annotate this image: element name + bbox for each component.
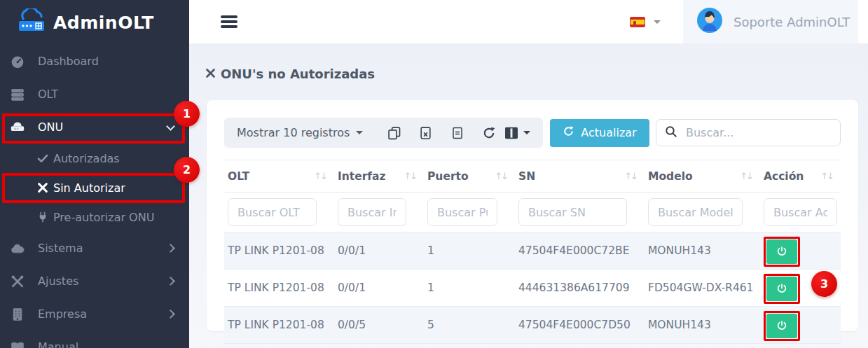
spain-flag-icon (630, 17, 645, 27)
sidebar-item-dashboard[interactable]: Dashboard (0, 45, 189, 78)
table-toolbar: Mostrar 10 registros (224, 118, 841, 148)
book-icon (10, 340, 25, 348)
avatar (697, 8, 722, 36)
table-row: TP LINK P1201-08 0/0/5 5 47504F4E000C7D5… (224, 307, 841, 344)
excel-export-button[interactable] (410, 126, 441, 140)
caret-down-icon (356, 131, 363, 134)
adminolt-logo-icon (17, 8, 46, 36)
sidebar-item-onu[interactable]: ONU (0, 111, 189, 144)
table-row: TP LINK P1201-08 0/0/1 1 444631386A61770… (224, 270, 841, 307)
reload-button[interactable] (473, 126, 504, 140)
sidebar-item-autorizadas[interactable]: Autorizadas (0, 144, 189, 173)
sidebar-item-ajustes[interactable]: Ajustes (0, 265, 189, 298)
search-box (656, 119, 841, 146)
sidebar-item-label: Sistema (38, 242, 83, 255)
hamburger-menu-icon[interactable] (221, 13, 237, 31)
cell-accion (760, 232, 841, 270)
column-header-accion[interactable]: Acción↑↓ (760, 160, 841, 193)
sidebar-item-sistema[interactable]: Sistema (0, 232, 189, 265)
user-menu[interactable]: Soporte AdminOLT (683, 0, 858, 43)
building-icon (10, 307, 25, 321)
sort-icon[interactable]: ↑↓ (624, 171, 637, 181)
authorize-power-button[interactable] (766, 314, 797, 338)
caret-down-icon (654, 20, 661, 24)
sort-icon[interactable]: ↑↓ (740, 171, 752, 181)
authorize-power-button[interactable] (766, 277, 797, 301)
check-icon (36, 153, 49, 164)
router-icon (10, 120, 25, 134)
filter-sn-input[interactable] (518, 198, 627, 226)
plug-icon (36, 211, 49, 223)
table-header-row: OLT↑↓ Interfaz↑↓ Puerto↑↓ SN↑↓ Modelo↑↓ … (224, 160, 841, 193)
copy-button[interactable] (378, 126, 410, 140)
sidebar-item-olt[interactable]: OLT (0, 78, 189, 111)
page-length-dropdown[interactable]: Mostrar 10 registros (237, 126, 363, 139)
table-row: TP LINK P1201-08 0/0/1 1 47504F4E000C72B… (224, 232, 841, 270)
onu-table-card: Mostrar 10 registros (207, 100, 858, 331)
cell-olt: TP LINK P1201-08 (224, 270, 334, 307)
cell-modelo: MONUH143 (645, 232, 760, 270)
sidebar-item-label: Dashboard (38, 55, 99, 68)
sidebar-item-label: Ajustes (38, 274, 78, 288)
column-header-olt[interactable]: OLT↑↓ (224, 160, 334, 193)
authorize-power-button[interactable] (766, 239, 797, 264)
cell-olt: TP LINK P1201-08 (224, 232, 334, 270)
search-icon (665, 125, 677, 141)
search-input[interactable] (686, 126, 832, 139)
sidebar-item-label: Sin Autorizar (53, 181, 125, 195)
column-header-puerto[interactable]: Puerto↑↓ (424, 160, 515, 193)
onu-table: OLT↑↓ Interfaz↑↓ Puerto↑↓ SN↑↓ Modelo↑↓ … (224, 160, 841, 344)
cell-interfaz: 0/0/5 (334, 307, 424, 344)
cell-accion (760, 307, 841, 344)
user-name: Soporte AdminOLT (733, 15, 850, 29)
sidebar-item-sin-autorizar[interactable]: Sin Autorizar (0, 173, 189, 202)
brand-name: AdminOLT (53, 13, 154, 33)
chevron-right-icon (166, 309, 175, 319)
sidebar-item-empresa[interactable]: Empresa (0, 298, 189, 330)
brand-logo[interactable]: AdminOLT (0, 0, 189, 45)
column-header-modelo[interactable]: Modelo↑↓ (645, 160, 760, 193)
cell-sn: 47504F4E000C72BE (515, 232, 645, 270)
annotation-box-power (764, 311, 800, 341)
sort-icon[interactable]: ↑↓ (314, 171, 326, 181)
gauge-icon (10, 55, 25, 69)
cell-accion (760, 270, 841, 307)
filter-puerto-input[interactable] (427, 198, 497, 226)
cell-puerto: 1 (424, 270, 515, 307)
sidebar-item-label: Pre-autorizar ONU (53, 211, 154, 224)
filter-accion-input[interactable] (764, 198, 837, 226)
chevron-right-icon (166, 277, 175, 286)
filter-modelo-input[interactable] (648, 198, 743, 226)
cell-modelo: FD504GW-DX-R461 (645, 270, 760, 307)
sort-icon[interactable]: ↑↓ (820, 171, 833, 181)
cell-modelo: MONUH143 (645, 307, 760, 344)
topbar: Soporte AdminOLT (189, 0, 868, 43)
sidebar-item-label: Manual (38, 340, 78, 348)
column-header-interfaz[interactable]: Interfaz↑↓ (334, 160, 424, 193)
language-dropdown[interactable] (630, 17, 661, 27)
column-visibility-dropdown[interactable] (504, 127, 530, 139)
filter-interfaz-input[interactable] (338, 198, 406, 226)
server-stack-icon (10, 88, 25, 102)
actualizar-button[interactable]: Actualizar (550, 119, 649, 147)
cell-interfaz: 0/0/1 (334, 270, 424, 307)
tools-icon (10, 274, 25, 288)
filter-olt-input[interactable] (228, 198, 317, 226)
page-title: ONU's no Autorizadas (205, 67, 868, 81)
chevron-right-icon (166, 244, 175, 253)
caret-down-icon (523, 131, 530, 134)
annotation-box-power (764, 274, 800, 304)
table-filter-row (224, 193, 841, 232)
document-export-button[interactable] (441, 126, 473, 140)
column-header-sn[interactable]: SN↑↓ (515, 160, 645, 193)
chevron-down-icon (166, 122, 175, 131)
main-content: ONU's no Autorizadas Mostrar 10 registro… (189, 43, 868, 348)
sort-icon[interactable]: ↑↓ (495, 171, 507, 181)
sidebar: AdminOLT Dashboard OLT ONU Autori (0, 0, 189, 348)
sidebar-item-label: ONU (38, 120, 63, 134)
cross-icon (36, 182, 49, 193)
sidebar-item-pre-autorizar[interactable]: Pre-autorizar ONU (0, 202, 189, 232)
sort-icon[interactable]: ↑↓ (404, 171, 416, 181)
cell-puerto: 5 (424, 307, 515, 344)
sidebar-item-manual[interactable]: Manual (0, 330, 189, 348)
